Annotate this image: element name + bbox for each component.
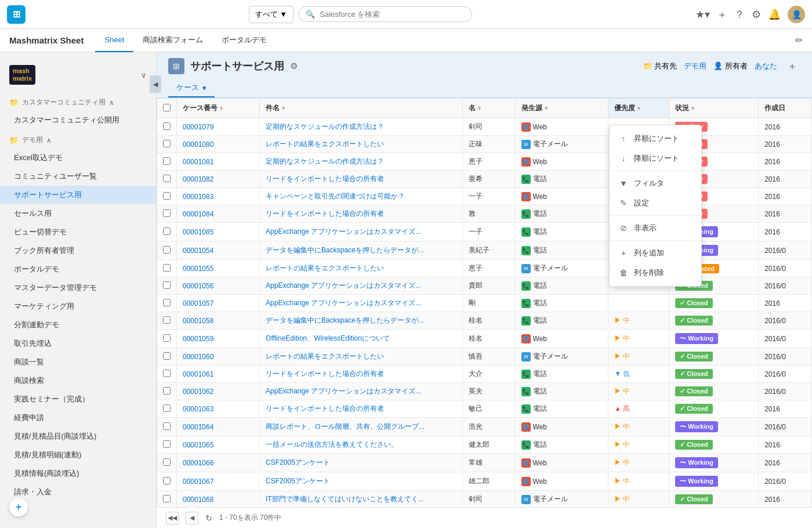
case-number-link[interactable]: 00001068 <box>183 496 213 504</box>
sidebar-item-master-data[interactable]: マスターデータ管理デモ <box>0 279 156 297</box>
sidebar-item-deals-list[interactable]: 商談一覧 <box>0 353 156 371</box>
add-column-btn[interactable]: ＋ <box>784 58 800 74</box>
sidebar-item-quote-product[interactable]: 見積/見積品目(商談埋込) <box>0 427 156 446</box>
case-subject-link[interactable]: 定期的なスケジュールの作成方法は？ <box>266 157 384 165</box>
sidebar-item-portal-demo[interactable]: ポータルデモ <box>0 260 156 279</box>
row-checkbox[interactable] <box>163 227 171 235</box>
dropdown-item[interactable]: ✎設定 <box>610 193 701 213</box>
dropdown-item[interactable]: ↓降順にソート <box>610 149 701 168</box>
case-subject-link[interactable]: CSF2005アンケート <box>266 458 330 466</box>
row-checkbox[interactable] <box>163 422 171 430</box>
case-number-link[interactable]: 00001055 <box>183 265 213 273</box>
sidebar-add-btn[interactable]: + <box>9 498 28 516</box>
sidebar-item-excel-demo[interactable]: Excel取込デモ <box>0 149 156 167</box>
dropdown-item[interactable]: +列を追加 <box>610 243 701 263</box>
prev-first-btn[interactable]: ◀◀ <box>166 512 179 525</box>
row-checkbox[interactable] <box>163 404 171 412</box>
settings-icon[interactable]: ⚙ <box>752 8 761 21</box>
case-number-link[interactable]: 00001056 <box>183 282 213 290</box>
row-checkbox[interactable] <box>163 352 171 360</box>
case-subject-link[interactable]: リードをインポートした場合の所有者 <box>266 370 384 378</box>
row-checkbox[interactable] <box>163 316 171 324</box>
case-subject-link[interactable]: レポートの結果をエクスポートしたい <box>266 264 384 272</box>
case-subject-link[interactable]: AppExchange アプリケーションはカスタマイズ... <box>266 281 421 290</box>
tab-shoken-search[interactable]: 商談検索フォーム <box>133 29 212 52</box>
case-subject-link[interactable]: レポートの結果をエクスポートしたい <box>266 140 384 148</box>
help-btn[interactable]: ？ <box>734 8 745 21</box>
sidebar-toggle-btn[interactable]: ∨ <box>141 71 147 79</box>
case-number-link[interactable]: 00001065 <box>183 441 213 449</box>
case-subject-link[interactable]: リードをインポートした場合の所有者 <box>266 209 384 218</box>
sidebar-section-demo-header[interactable]: 📁 デモ用 ∧ <box>0 132 156 149</box>
sidebar-item-customer-public[interactable]: カスタマーコミュニティ公開用 <box>0 111 156 129</box>
row-checkbox[interactable] <box>163 192 171 200</box>
row-checkbox[interactable] <box>163 281 171 289</box>
case-number-link[interactable]: 00001079 <box>183 123 213 131</box>
case-number-link[interactable]: 00001057 <box>183 299 213 308</box>
sidebar-collapse-btn[interactable]: ◀ <box>150 75 161 93</box>
sidebar-item-deals-search[interactable]: 商談検索 <box>0 371 156 390</box>
tab-edit-icon[interactable]: ✏ <box>795 35 803 46</box>
new-item-btn[interactable]: ＋ <box>717 8 727 21</box>
case-number-link[interactable]: 00001059 <box>183 335 213 343</box>
sidebar-item-support[interactable]: サポートサービス用 <box>0 186 156 204</box>
case-number-link[interactable]: 00001084 <box>183 210 213 218</box>
case-subject-link[interactable]: データを編集中にBackspaceを押したらデータが... <box>266 316 424 324</box>
case-number-link[interactable]: 00001067 <box>183 478 213 486</box>
case-subject-link[interactable]: AppExchange アプリケーションはカスタマイズ... <box>266 227 421 236</box>
case-number-link[interactable]: 00001060 <box>183 353 213 361</box>
case-number-link[interactable]: 00001064 <box>183 423 213 431</box>
sidebar-section-customer-header[interactable]: 📁 カスタマーコミュニティ用 ∧ <box>0 94 156 111</box>
case-number-link[interactable]: 00001080 <box>183 140 213 149</box>
sidebar-item-quote-info[interactable]: 見積情報(商談埋込) <box>0 464 156 483</box>
case-subject-link[interactable]: 定期的なスケジュールの作成方法は？ <box>266 122 384 131</box>
sidebar-item-community-users[interactable]: コミュニティユーザー覧 <box>0 167 156 186</box>
refresh-btn[interactable]: ↻ <box>205 513 212 523</box>
row-checkbox[interactable] <box>163 387 171 395</box>
row-checkbox[interactable] <box>163 175 171 182</box>
sidebar-item-account-embed[interactable]: 取引先埋込 <box>0 334 156 353</box>
case-number-link[interactable]: 00001061 <box>183 370 213 378</box>
row-checkbox[interactable] <box>163 246 171 254</box>
view-tab-case[interactable]: ケース ▾ <box>168 79 215 97</box>
sidebar-item-view-switch[interactable]: ビュー切替デモ <box>0 223 156 241</box>
demo-link[interactable]: デモ用 <box>684 61 706 71</box>
case-number-link[interactable]: 00001082 <box>183 175 213 183</box>
row-checkbox[interactable] <box>163 370 171 377</box>
row-checkbox[interactable] <box>163 264 171 272</box>
sidebar-item-seminar[interactable]: 実践セミナー（完成） <box>0 390 156 408</box>
case-subject-link[interactable]: リードをインポートした場合の所有者 <box>266 404 384 413</box>
avatar[interactable]: 👤 <box>788 6 805 23</box>
search-input[interactable] <box>320 10 465 19</box>
case-subject-link[interactable]: レポートの結果をエクスポートしたい <box>266 352 384 360</box>
sidebar-item-split-demo[interactable]: 分割連動デモ <box>0 316 156 334</box>
sidebar-item-marketing[interactable]: マーケティング用 <box>0 297 156 316</box>
dropdown-item[interactable]: ↑昇順にソート <box>610 129 701 149</box>
select-all-checkbox[interactable] <box>163 104 171 111</box>
row-checkbox[interactable] <box>163 299 171 306</box>
dropdown-item[interactable]: ▼フィルタ <box>610 173 701 193</box>
search-box[interactable]: 🔍 <box>298 6 472 22</box>
case-subject-link[interactable]: AppExchange アプリケーションはカスタマイズ... <box>266 299 421 307</box>
prev-btn[interactable]: ◀ <box>186 512 198 525</box>
row-checkbox[interactable] <box>163 495 171 502</box>
col-priority[interactable]: 優先度 ▾ <box>608 99 669 118</box>
case-subject-link[interactable]: リードをインポートした場合の所有者 <box>266 175 384 183</box>
case-number-link[interactable]: 00001081 <box>183 158 213 166</box>
dropdown-item[interactable]: ⊘非表示 <box>610 218 701 238</box>
row-checkbox[interactable] <box>163 122 171 130</box>
case-subject-link[interactable]: CSF2005アンケート <box>266 477 330 485</box>
sidebar-item-book-owner[interactable]: ブック所有者管理 <box>0 241 156 260</box>
case-subject-link[interactable]: OfflineEdition、WirelessEditionについて <box>266 334 390 342</box>
case-number-link[interactable]: 00001085 <box>183 228 213 236</box>
case-subject-link[interactable]: キャンペーンと取引先の関連づけは可能か？ <box>266 192 405 200</box>
you-link[interactable]: あなた <box>755 61 777 71</box>
row-checkbox[interactable] <box>163 157 171 165</box>
sidebar-item-sales[interactable]: セールス用 <box>0 204 156 223</box>
tab-portal-demo[interactable]: ポータルデモ <box>212 29 276 52</box>
row-checkbox[interactable] <box>163 140 171 147</box>
case-number-link[interactable]: 00001066 <box>183 459 213 467</box>
case-subject-link[interactable]: データを編集中にBackspaceを押したらデータが... <box>266 246 424 254</box>
case-number-link[interactable]: 00001058 <box>183 317 213 325</box>
case-subject-link[interactable]: IT部門で準備しなくてはいけないことを教えてく... <box>266 495 424 503</box>
